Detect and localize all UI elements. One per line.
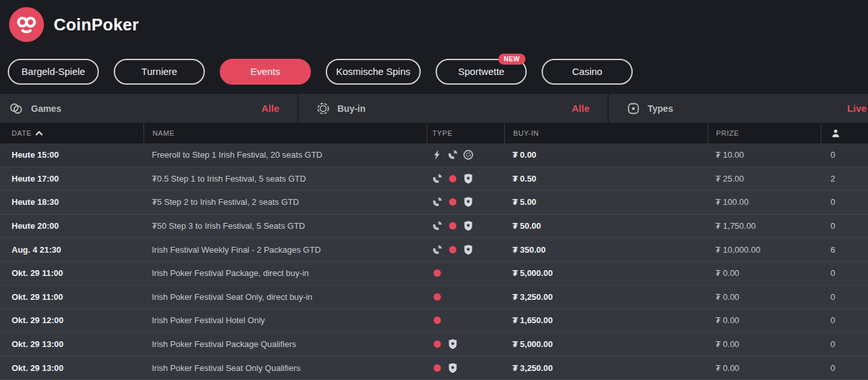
- buyin-filter[interactable]: Buy-in Alle: [297, 94, 608, 123]
- games-filter[interactable]: Games Alle: [0, 94, 297, 123]
- row-type-icons: [427, 339, 504, 350]
- row-player-count: 0: [821, 339, 868, 349]
- filter-bar: Games Alle Buy-in Alle Types Live E: [0, 94, 868, 123]
- live-dot-icon: [447, 220, 458, 231]
- row-name: Freeroll to Step 1 Irish Festival, 20 se…: [143, 150, 427, 160]
- live-dot-icon: [432, 363, 443, 374]
- brand-name: CoinPoker: [54, 15, 139, 35]
- column-header-type[interactable]: TYPE: [427, 123, 504, 143]
- shield-star-icon: [447, 363, 458, 374]
- coinpoker-lobby: CoinPoker Bargeld-Spiele Turniere Events…: [0, 0, 868, 380]
- tab-bar: Bargeld-Spiele Turniere Events Kosmische…: [0, 49, 868, 94]
- date-column-label: DATE: [12, 129, 32, 137]
- tournament-row[interactable]: Aug. 4 21:30 Irish Festival Weekly Final…: [0, 238, 868, 262]
- types-filter[interactable]: Types Live E: [608, 94, 868, 123]
- column-header-prize[interactable]: PRIZE: [708, 123, 821, 143]
- row-type-icons: [427, 173, 504, 184]
- row-prize: ₮ 0.00: [708, 292, 821, 302]
- row-buyin: ₮ 3,250.00: [504, 292, 708, 302]
- rings-icon: [463, 149, 474, 160]
- row-date: Aug. 4 21:30: [0, 245, 143, 255]
- row-buyin: ₮ 5,000.00: [504, 268, 708, 278]
- column-header-buyin[interactable]: BUY-IN: [504, 123, 708, 143]
- row-player-count: 6: [821, 245, 868, 255]
- name-column-label: NAME: [153, 129, 175, 137]
- row-type-icons: [427, 196, 504, 207]
- satellite-icon: [432, 173, 443, 184]
- tournament-row[interactable]: Heute 20:00 ₮50 Step 3 to Irish Festival…: [0, 215, 868, 238]
- tab-sportwette[interactable]: Sportwette NEW: [436, 59, 527, 85]
- prize-column-label: PRIZE: [716, 129, 739, 137]
- table-body: Heute 15:00 Freeroll to Step 1 Irish Fes…: [0, 143, 868, 380]
- row-type-icons: [427, 315, 504, 326]
- row-date: Okt. 29 13:00: [0, 339, 143, 349]
- row-player-count: 0: [821, 197, 868, 207]
- types-filter-value: Live E: [847, 103, 868, 114]
- satellite-icon: [447, 149, 458, 160]
- games-filter-label: Games: [31, 103, 61, 114]
- tournament-row[interactable]: Okt. 29 11:00 Irish Poker Festival Seat …: [0, 286, 868, 310]
- row-date: Okt. 29 13:00: [0, 363, 143, 373]
- row-date: Heute 17:00: [0, 174, 143, 184]
- row-prize: ₮ 25.00: [708, 174, 821, 184]
- shield-star-icon: [463, 196, 474, 207]
- tournament-row[interactable]: Heute 15:00 Freeroll to Step 1 Irish Fes…: [0, 143, 868, 167]
- row-buyin: ₮ 350.00: [504, 245, 708, 255]
- row-player-count: 0: [821, 292, 868, 302]
- row-name: ₮0.5 Step 1 to Irish Festival, 5 seats G…: [143, 174, 427, 184]
- row-type-icons: [427, 244, 504, 255]
- shield-star-icon: [447, 339, 458, 350]
- tab-bargeld-spiele[interactable]: Bargeld-Spiele: [8, 59, 99, 85]
- tournament-row[interactable]: Okt. 29 13:00 Irish Poker Festival Seat …: [0, 356, 868, 380]
- row-prize: ₮ 10.00: [708, 150, 821, 160]
- row-name: Irish Poker Festival Package Qualifiers: [143, 339, 427, 349]
- types-filter-label: Types: [648, 103, 673, 114]
- row-type-icons: [427, 220, 504, 231]
- row-name: ₮5 Step 2 to Irish Festival, 2 seats GTD: [143, 197, 427, 207]
- satellite-icon: [432, 220, 443, 231]
- tournament-row[interactable]: Okt. 29 12:00 Irish Poker Festival Hotel…: [0, 309, 868, 333]
- column-header-date[interactable]: DATE: [0, 123, 143, 143]
- satellite-icon: [432, 244, 443, 255]
- row-date: Heute 15:00: [0, 150, 143, 160]
- tab-turniere[interactable]: Turniere: [114, 59, 205, 85]
- live-dot-icon: [447, 196, 458, 207]
- shield-star-icon: [463, 220, 474, 231]
- tab-label: Events: [251, 66, 281, 77]
- live-dot-icon: [447, 244, 458, 255]
- column-header-players[interactable]: [821, 123, 868, 143]
- tournament-row[interactable]: Okt. 29 13:00 Irish Poker Festival Packa…: [0, 333, 868, 357]
- row-type-icons: [427, 363, 504, 374]
- live-dot-icon: [432, 291, 443, 302]
- row-buyin: ₮ 5.00: [504, 197, 708, 207]
- row-prize: ₮ 0.00: [708, 363, 821, 373]
- live-dot-icon: [432, 268, 443, 279]
- row-prize: ₮ 100.00: [708, 197, 821, 207]
- tab-events[interactable]: Events: [220, 59, 311, 85]
- table-header: DATE NAME TYPE BUY-IN PRIZE: [0, 123, 868, 143]
- player-icon: [831, 129, 840, 138]
- row-name: Irish Poker Festival Seat Only, direct b…: [143, 292, 427, 302]
- row-prize: ₮ 0.00: [708, 315, 821, 325]
- row-buyin: ₮ 50.00: [504, 221, 708, 231]
- tournament-row[interactable]: Heute 18:30 ₮5 Step 2 to Irish Festival,…: [0, 191, 868, 215]
- column-header-name[interactable]: NAME: [143, 123, 427, 143]
- row-date: Okt. 29 12:00: [0, 315, 143, 325]
- row-type-icons: [427, 268, 504, 279]
- shield-star-icon: [463, 173, 474, 184]
- row-date: Okt. 29 11:00: [0, 268, 143, 278]
- live-dot-icon: [432, 339, 443, 350]
- row-buyin: ₮ 0.50: [504, 174, 708, 184]
- row-prize: ₮ 10,000.00: [708, 245, 821, 255]
- tournament-row[interactable]: Okt. 29 11:00 Irish Poker Festival Packa…: [0, 262, 868, 286]
- bolt-icon: [432, 149, 443, 160]
- row-date: Okt. 29 11:00: [0, 292, 143, 302]
- row-prize: ₮ 0.00: [708, 268, 821, 278]
- row-prize: ₮ 1,750.00: [708, 221, 821, 231]
- row-player-count: 0: [821, 315, 868, 325]
- tournament-row[interactable]: Heute 17:00 ₮0.5 Step 1 to Irish Festiva…: [0, 167, 868, 191]
- buyin-column-label: BUY-IN: [513, 129, 539, 137]
- tab-kosmische-spins[interactable]: Kosmische Spins: [326, 59, 421, 85]
- tab-casino[interactable]: Casino: [542, 59, 633, 85]
- row-player-count: 0: [821, 221, 868, 231]
